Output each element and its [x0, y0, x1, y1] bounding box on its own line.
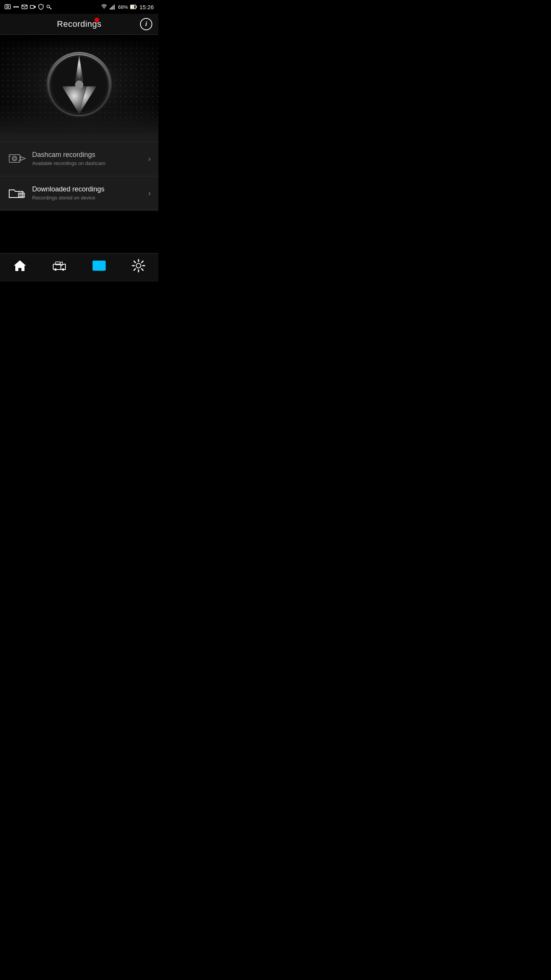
svg-point-25: [75, 80, 83, 89]
svg-point-30: [13, 157, 16, 160]
key-status-icon: [46, 4, 52, 10]
svg-rect-7: [30, 5, 34, 8]
bottom-navigation: [0, 253, 158, 282]
svg-line-63: [142, 261, 143, 263]
section-spacer: [0, 134, 158, 142]
svg-rect-18: [136, 6, 137, 8]
dashcam-icon: [6, 152, 29, 165]
svg-rect-2: [6, 4, 7, 5]
svg-rect-12: [110, 8, 111, 10]
camera-status-icon: [30, 4, 36, 10]
svg-marker-48: [60, 262, 62, 265]
info-button[interactable]: i: [140, 18, 152, 30]
status-bar: 68% 15:26: [0, 0, 158, 14]
dots-status-icon: [13, 4, 19, 10]
dashcam-recordings-item[interactable]: Dashcam recordings Available recordings …: [0, 142, 158, 175]
recording-indicator: [95, 18, 99, 22]
svg-point-46: [62, 268, 64, 271]
dashcam-chevron-icon: ›: [148, 154, 151, 163]
status-icons-right: 68% 15:26: [101, 4, 154, 10]
svg-line-61: [134, 261, 135, 263]
nav-settings[interactable]: [126, 257, 152, 276]
battery-text: 68%: [118, 4, 128, 10]
svg-rect-15: [114, 5, 115, 10]
svg-point-9: [47, 5, 50, 8]
downloaded-recordings-title: Downloaded recordings: [32, 185, 148, 193]
svg-rect-13: [111, 7, 112, 10]
dashcam-recordings-text: Dashcam recordings Available recordings …: [29, 151, 148, 166]
folder-icon: [6, 186, 29, 200]
mercedes-star-svg: [45, 50, 114, 119]
hero-banner: [0, 35, 158, 134]
status-time: 15:26: [139, 4, 154, 10]
wifi-status-icon: [101, 4, 107, 10]
header: Recordings i: [0, 14, 158, 35]
svg-marker-31: [21, 157, 25, 160]
home-icon: [13, 259, 27, 274]
dashcam-nav-icon: [52, 259, 66, 274]
svg-point-3: [13, 6, 15, 8]
mail-status-icon: [21, 4, 28, 10]
status-icons-left: [5, 4, 52, 10]
svg-line-64: [134, 269, 135, 270]
downloaded-recordings-item[interactable]: Downloaded recordings Recordings stored …: [0, 176, 158, 209]
svg-line-62: [142, 269, 143, 270]
svg-point-5: [17, 6, 19, 8]
downloaded-recordings-subtitle: Recordings stored on device: [32, 195, 148, 201]
svg-point-29: [12, 156, 17, 161]
signal-status-icon: [109, 4, 116, 10]
gear-icon: [132, 259, 145, 274]
downloaded-chevron-icon: ›: [148, 189, 151, 198]
hero-gradient-top: [0, 35, 158, 50]
shield-status-icon: [38, 4, 44, 10]
empty-space: [0, 211, 158, 253]
svg-point-1: [7, 6, 9, 8]
svg-point-45: [54, 268, 57, 271]
battery-status-icon: [130, 4, 137, 10]
photo-status-icon: [5, 4, 11, 10]
menu-list: Dashcam recordings Available recordings …: [0, 142, 158, 211]
svg-rect-0: [5, 5, 10, 9]
film-icon: [92, 259, 106, 274]
dashcam-recordings-title: Dashcam recordings: [32, 151, 148, 159]
nav-recordings[interactable]: [86, 257, 112, 276]
nav-dashcam[interactable]: [46, 257, 72, 276]
nav-home[interactable]: [7, 257, 33, 276]
dashcam-recordings-subtitle: Available recordings on dashcam: [32, 160, 148, 166]
svg-rect-14: [112, 6, 113, 10]
svg-point-4: [15, 6, 17, 8]
svg-marker-43: [14, 260, 26, 271]
downloaded-recordings-text: Downloaded recordings Recordings stored …: [29, 185, 148, 201]
mercedes-logo: [45, 50, 114, 119]
svg-rect-36: [18, 193, 24, 198]
